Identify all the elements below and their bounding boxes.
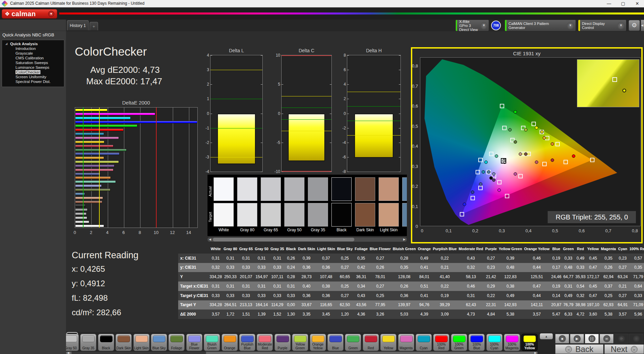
stop-button[interactable]: ■ — [555, 334, 569, 344]
chevron-down-icon[interactable]: ▼ — [48, 11, 54, 17]
meter-dropdown[interactable]: X-Rite i1Pro 3Direct View ▼ — [455, 20, 489, 31]
patch-button-100-green[interactable]: 100% Green — [451, 334, 467, 351]
patch-color — [312, 335, 324, 342]
patch-button-foliage[interactable]: Foliage — [168, 334, 185, 351]
y-tick-label: 4 — [207, 53, 211, 58]
maximize-button[interactable]: ▢ — [616, 0, 630, 7]
patch-button-light-skin[interactable]: Light Skin — [133, 334, 150, 351]
pattern-up-chevron-button[interactable]: ▲ — [540, 333, 553, 340]
table-cell: 0,36 — [316, 291, 336, 300]
patch-button-100-red[interactable]: 100% Red — [433, 334, 449, 351]
sidebar-item-quick-analysis[interactable]: Quick Analysis — [2, 41, 64, 46]
table-cell: 0,33 — [562, 254, 575, 263]
meter-badge[interactable]: 708 — [491, 21, 501, 30]
close-button[interactable]: ✕ — [631, 0, 644, 7]
tick-mark — [399, 143, 400, 143]
tick-mark — [261, 114, 262, 114]
patch-button-100-yellow[interactable]: 100% Yellow — [521, 334, 538, 351]
sidebar-item-screen-uniformity[interactable]: Screen Uniformity — [2, 75, 64, 79]
swatch-compare-panel: ActualTargetWhiteGray 80Gray 65Gray 50Gr… — [207, 175, 407, 236]
table-cell: 3,26 — [369, 309, 392, 319]
patch-button-blue[interactable]: Blue — [327, 334, 344, 351]
patch-button-red[interactable]: Red — [363, 334, 379, 351]
patch-button-gray-35[interactable]: Gray 35 — [80, 334, 96, 351]
scroll-right-icon[interactable]: ▶ — [533, 351, 538, 354]
sync-button[interactable]: ⟳ — [614, 334, 629, 344]
next-button[interactable]: Next » — [604, 344, 644, 354]
pattern-scrollbar[interactable]: ◀ ▶ — [66, 352, 538, 354]
patch-button-magenta[interactable]: Magenta — [398, 334, 414, 351]
patch-button-gray-50[interactable]: Gray 50 — [66, 334, 79, 351]
patch-button-cyan[interactable]: Cyan — [416, 334, 432, 351]
tab-history-1[interactable]: History 1 — [67, 20, 89, 30]
patch-button-100-cyan[interactable]: 100% Cyan — [486, 334, 503, 351]
pattern-scroll-thumb[interactable] — [71, 352, 206, 354]
patch-color — [188, 335, 201, 342]
patch-button-moderate-red[interactable]: Moderate Red — [257, 334, 273, 351]
table-cell: 0,43 — [458, 254, 484, 263]
table-cell: 5,03 — [392, 309, 417, 319]
patch-button-yellow[interactable]: Yellow — [380, 334, 396, 351]
sidebar-item-spectral-power-dist-[interactable]: Spectral Power Dist. — [2, 79, 64, 84]
patch-button-green[interactable]: Green — [345, 334, 361, 351]
tick-mark — [261, 172, 262, 172]
patch-button-bluish-green[interactable]: Bluish Green — [204, 334, 220, 351]
scroll-right-icon[interactable]: ▶ — [402, 238, 407, 241]
patch-button-100-blue[interactable]: 100% Blue — [469, 334, 485, 351]
patch-button-blue-flower[interactable]: Blue Flower — [186, 334, 202, 351]
table-cell: 35,93 — [575, 272, 586, 282]
back-button[interactable]: « Back — [555, 344, 604, 354]
minimize-button[interactable]: — — [602, 0, 616, 7]
calman-logo-button[interactable]: ❖ calman ▼ — [2, 9, 57, 19]
sidebar-item-colorchecker[interactable]: ColorChecker — [2, 70, 64, 75]
patch-button-blue-sky[interactable]: Blue Sky — [151, 334, 167, 351]
scroll-left-icon[interactable]: ◀ — [66, 351, 70, 354]
de-bar-blue — [75, 152, 120, 155]
patch-button-purple[interactable]: Purple — [275, 334, 291, 351]
gridline — [189, 108, 189, 228]
sidebar-item-introduction[interactable]: Introduction — [2, 46, 64, 51]
y-tick-label: -4 — [342, 140, 347, 145]
table-cell: 64,77 — [562, 272, 575, 282]
display-control-dropdown[interactable]: Direct Display Control ▼ — [578, 20, 626, 31]
collapse-right-panel-button[interactable]: ◀ — [641, 20, 644, 31]
loop-button[interactable]: ∞ — [600, 334, 614, 344]
swatch-scrollbar[interactable]: ◀ ▶ — [207, 237, 407, 242]
scroll-left-icon[interactable]: ◀ — [208, 238, 212, 241]
sidebar-item-saturation-sweeps[interactable]: Saturation Sweeps — [2, 60, 64, 65]
sidebar-item-cms-calibration[interactable]: CMS Calibration — [2, 56, 64, 60]
measured-marker-100-green — [514, 110, 517, 114]
table-row-header: Y — [178, 272, 209, 282]
cie-1931-panel[interactable]: CIE 1931 xy RGB Triplet: 255, 255, 0 00,… — [411, 47, 643, 243]
tick-mark — [399, 70, 400, 70]
patch-button-orange-yellow[interactable]: Orange Yellow — [310, 334, 326, 351]
patch-button-black[interactable]: Black — [98, 334, 114, 351]
swatch-scroll-thumb[interactable] — [213, 238, 354, 241]
patch-button-orange[interactable]: Orange — [222, 334, 238, 351]
extra-button[interactable] — [629, 334, 643, 344]
sidebar-item-grayscale[interactable]: Grayscale — [2, 51, 64, 56]
calman-diamond-icon: ❖ — [5, 11, 10, 17]
table-cell: 3,57 — [209, 309, 223, 319]
patch-button-dark-skin[interactable]: Dark Skin — [116, 334, 132, 351]
add-tab-button[interactable]: + — [90, 22, 98, 30]
sidebar-item-luminance-sweeps[interactable]: Luminance Sweeps — [2, 65, 64, 70]
pattern-mode-button[interactable]: [·] — [585, 334, 599, 344]
table-cell: 0,57 — [629, 254, 644, 263]
patch-button-100-magenta[interactable]: 100% Magenta — [504, 334, 520, 351]
patch-button-yellow-green[interactable]: Yellow Green — [292, 334, 308, 351]
patch-button-purplish-blue[interactable]: Purplish Blue — [239, 334, 255, 351]
table-col-header: Yellow Green — [498, 244, 523, 254]
pattern-generator-dropdown[interactable]: CalMAN Client 3 Pattern Generator ▼ — [505, 20, 576, 31]
table-cell: 122,83 — [498, 272, 523, 282]
target-marker-purple — [497, 180, 502, 184]
table-row: y: CIE310,320,330,330,330,330,240,360,36… — [178, 263, 644, 272]
table-row-header: ΔE 2000 — [178, 309, 209, 319]
rgb-triplet-label: RGB Triplet: 255, 255, 0 — [548, 211, 636, 223]
settings-gear-button[interactable]: ⚙ — [629, 20, 640, 31]
actual-swatch-blue-sky — [402, 177, 407, 201]
play-button[interactable]: ▶ — [570, 334, 584, 344]
table-cell: 0,35 — [392, 263, 417, 272]
table-col-header: Blue Flower — [369, 244, 392, 254]
measured-marker-100-cyan — [484, 160, 488, 164]
